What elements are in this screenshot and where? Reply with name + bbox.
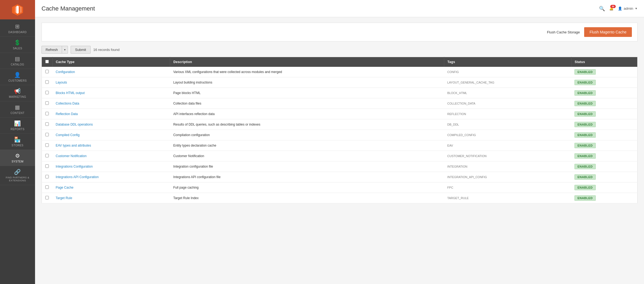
description-cell: Various XML configurations that were col… xyxy=(170,67,444,77)
search-icon[interactable]: 🔍 xyxy=(599,6,605,12)
tags-cell: LAYOUT_GENERAL_CACHE_TAG xyxy=(444,77,571,88)
tag-value: COMPILED_CONFIG xyxy=(447,133,476,137)
tag-value: EAV xyxy=(447,144,453,147)
cache-type-link[interactable]: Configuration xyxy=(56,70,75,74)
row-checkbox-cell xyxy=(42,130,53,140)
select-all-column xyxy=(42,57,53,67)
cache-type-cell: Configuration xyxy=(53,67,170,77)
page-title: Cache Management xyxy=(42,5,95,12)
sidebar-item-dashboard[interactable]: ⊞ DASHBOARD xyxy=(0,20,35,37)
sidebar-logo[interactable] xyxy=(0,0,35,19)
row-checkbox-cell xyxy=(42,98,53,109)
sidebar-item-partners[interactable]: 🔗 FIND PARTNERS & EXTENSIONS xyxy=(0,166,35,185)
system-icon: ⚙ xyxy=(15,153,20,159)
row-checkbox[interactable] xyxy=(45,122,49,126)
admin-user-menu[interactable]: 👤 admin ▼ xyxy=(618,6,638,11)
row-checkbox[interactable] xyxy=(45,154,49,157)
table-row: Integrations API Configuration Integrati… xyxy=(42,172,638,182)
marketing-icon: 📢 xyxy=(14,88,21,94)
table-body: Configuration Various XML configurations… xyxy=(42,67,638,203)
sidebar-item-sales[interactable]: 💲 SALES xyxy=(0,37,35,53)
cache-type-cell: Integrations API Configuration xyxy=(53,172,170,182)
table-row: Compiled Config Compilation configuratio… xyxy=(42,130,638,140)
status-badge: ENABLED xyxy=(574,153,596,159)
row-checkbox[interactable] xyxy=(45,143,49,147)
cache-type-link[interactable]: Reflection Data xyxy=(56,112,78,116)
status-badge: ENABLED xyxy=(574,69,596,75)
content-area: Flush Cache Storage Flush Magento Cache … xyxy=(35,17,644,284)
cache-type-link[interactable]: Target Rule xyxy=(56,196,72,200)
status-cell: ENABLED xyxy=(571,98,637,109)
sidebar-item-customers[interactable]: 👤 CUSTOMERS xyxy=(0,69,35,85)
cache-type-link[interactable]: Customer Notification xyxy=(56,154,87,158)
cache-type-link[interactable]: Integrations API Configuration xyxy=(56,175,99,179)
status-cell: ENABLED xyxy=(571,77,637,88)
tag-value: INTEGRATION xyxy=(447,165,467,168)
cache-type-cell: EAV types and attributes xyxy=(53,140,170,151)
refresh-button[interactable]: Refresh xyxy=(42,46,62,54)
top-header: Cache Management 🔍 🔔 39 👤 admin ▼ xyxy=(35,0,644,17)
table-row: Layouts Layout building instructions LAY… xyxy=(42,77,638,88)
cache-type-link[interactable]: Layouts xyxy=(56,81,67,84)
status-badge: ENABLED xyxy=(574,143,596,148)
stores-icon: 🏪 xyxy=(14,136,21,143)
cache-type-link[interactable]: Blocks HTML output xyxy=(56,91,85,95)
select-all-checkbox[interactable] xyxy=(45,60,49,63)
table-row: Target Rule Target Rule Index TARGET_RUL… xyxy=(42,193,638,203)
description-cell: Entity types declaration cache xyxy=(170,140,444,151)
sidebar-item-stores[interactable]: 🏪 STORES xyxy=(0,134,35,150)
table-row: Blocks HTML output Page blocks HTML BLOC… xyxy=(42,88,638,98)
cache-type-link[interactable]: Database DDL operations xyxy=(56,123,93,126)
row-checkbox[interactable] xyxy=(45,101,49,105)
row-checkbox[interactable] xyxy=(45,112,49,115)
submit-button[interactable]: Submit xyxy=(71,46,91,54)
table-row: Reflection Data API interfaces reflectio… xyxy=(42,109,638,119)
refresh-dropdown-button[interactable]: ▾ xyxy=(62,46,68,54)
row-checkbox-cell xyxy=(42,140,53,151)
row-checkbox[interactable] xyxy=(45,175,49,178)
row-checkbox-cell xyxy=(42,182,53,193)
status-badge: ENABLED xyxy=(574,80,596,85)
tag-value: CONFIG xyxy=(447,70,459,74)
description-cell: Customer Notification xyxy=(170,151,444,161)
flush-cache-storage-link[interactable]: Flush Cache Storage xyxy=(547,30,580,34)
sidebar-item-catalog[interactable]: ▤ CATALOG xyxy=(0,53,35,69)
cache-type-cell: Blocks HTML output xyxy=(53,88,170,98)
sidebar-item-reports[interactable]: 📊 REPORTS xyxy=(0,117,35,134)
sidebar-item-content[interactable]: ▦ CONTENT xyxy=(0,101,35,117)
description-cell: Collection data files xyxy=(170,98,444,109)
cache-type-link[interactable]: Integrations Configuration xyxy=(56,165,93,168)
sidebar-item-system[interactable]: ⚙ SYSTEM xyxy=(0,150,35,166)
partners-icon: 🔗 xyxy=(14,169,21,175)
tag-value: TARGET_RULE xyxy=(447,196,469,200)
row-checkbox[interactable] xyxy=(45,70,49,73)
row-checkbox[interactable] xyxy=(45,196,49,199)
header-actions: 🔍 🔔 39 👤 admin ▼ xyxy=(599,6,638,12)
status-cell: ENABLED xyxy=(571,182,637,193)
row-checkbox[interactable] xyxy=(45,80,49,84)
cache-type-cell: Target Rule xyxy=(53,193,170,203)
cache-type-link[interactable]: EAV types and attributes xyxy=(56,144,91,147)
magento-logo-icon xyxy=(12,4,23,16)
row-checkbox[interactable] xyxy=(45,91,49,94)
cache-management-table: Cache Type Description Tags Status Confi… xyxy=(42,57,638,203)
sidebar: ⊞ DASHBOARD 💲 SALES ▤ CATALOG 👤 CUSTOMER… xyxy=(0,0,35,284)
tag-value: FPC xyxy=(447,186,453,189)
cache-type-link[interactable]: Compiled Config xyxy=(56,133,80,137)
notifications-button[interactable]: 🔔 39 xyxy=(609,6,614,11)
sidebar-item-marketing[interactable]: 📢 MARKETING xyxy=(0,85,35,101)
status-badge: ENABLED xyxy=(574,111,596,117)
tag-value: REFLECTION xyxy=(447,112,466,116)
cache-type-link[interactable]: Page Cache xyxy=(56,186,74,189)
cache-type-link[interactable]: Collections Data xyxy=(56,102,79,105)
sidebar-item-customers-label: CUSTOMERS xyxy=(8,79,27,82)
content-icon: ▦ xyxy=(15,104,20,110)
row-checkbox[interactable] xyxy=(45,185,49,189)
flush-magento-cache-button[interactable]: Flush Magento Cache xyxy=(584,27,632,37)
row-checkbox-cell xyxy=(42,88,53,98)
description-cell: Integration configuration file xyxy=(170,161,444,172)
tag-value: INTEGRATION_API_CONFIG xyxy=(447,175,487,179)
row-checkbox-cell xyxy=(42,77,53,88)
row-checkbox[interactable] xyxy=(45,164,49,168)
row-checkbox[interactable] xyxy=(45,133,49,136)
